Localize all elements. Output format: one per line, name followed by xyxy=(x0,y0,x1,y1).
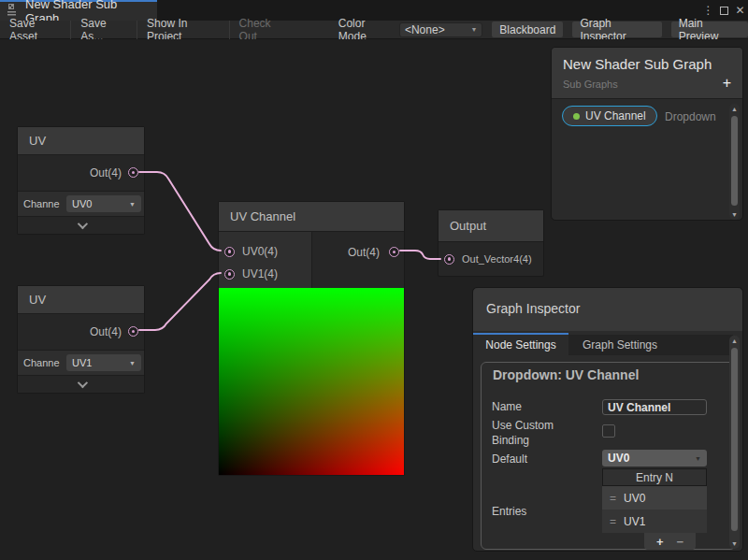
blackboard-subtitle: Sub Graphs xyxy=(563,79,618,90)
property-pill-uv-channel[interactable]: UV Channel xyxy=(562,106,657,126)
inspector-title: Graph Inspector xyxy=(486,301,580,316)
preview-collapse-button[interactable] xyxy=(18,375,144,393)
uv-out-row: Out(4) xyxy=(18,314,144,350)
use-custom-binding-label: Use Custom Binding xyxy=(492,418,578,448)
channel-dropdown[interactable]: UV0 ▼ xyxy=(66,195,141,212)
blackboard-title: New Shader Sub Graph xyxy=(563,56,712,72)
entry-row-uv1[interactable]: = UV1 xyxy=(602,510,707,533)
blackboard-scrollbar[interactable]: ▲ ▼ xyxy=(729,104,740,220)
inspector-scrollbar[interactable]: ▲ ▼ xyxy=(729,336,740,549)
input-row-uv0: UV0(4) xyxy=(224,240,278,263)
entry-list-header: Entry N xyxy=(602,468,707,486)
wire-uvchannel-to-output xyxy=(400,251,440,259)
node-title[interactable]: Output xyxy=(439,210,543,242)
output-in-row: Out_Vector4(4) xyxy=(439,242,543,276)
node-uv-top[interactable]: UV Out(4) Channe UV0 ▼ xyxy=(17,126,145,235)
port-label-uv1: UV1(4) xyxy=(242,267,278,280)
inspector-header: Graph Inspector xyxy=(473,288,742,331)
name-label: Name xyxy=(492,400,522,413)
drag-handle-icon[interactable]: = xyxy=(610,492,616,505)
shader-graph-window: New Shader Sub Graph ⋮ ✕ Save Asset Save… xyxy=(0,0,748,560)
close-icon: ✕ xyxy=(735,4,744,17)
scroll-down-icon[interactable]: ▼ xyxy=(729,540,740,547)
blackboard-toggle-button[interactable]: Blackboard xyxy=(492,22,563,37)
node-uv-bottom[interactable]: UV Out(4) Channe UV1 ▼ xyxy=(17,285,145,394)
drag-handle-icon[interactable]: = xyxy=(610,515,616,528)
blackboard-header: New Shader Sub Graph Sub Graphs + xyxy=(552,48,742,99)
main-preview-toggle-button[interactable]: Main Preview xyxy=(671,22,748,37)
graph-inspector-toggle-button[interactable]: Graph Inspector xyxy=(572,22,661,37)
channel-control-row: Channe UV0 ▼ xyxy=(18,191,144,216)
input-port-uv1[interactable] xyxy=(224,269,235,280)
chevron-down-icon: ▼ xyxy=(129,360,136,366)
wire-uv0-to-uvchannel xyxy=(139,172,221,251)
add-entry-button[interactable]: + xyxy=(656,536,664,548)
node-title[interactable]: UV xyxy=(18,127,144,155)
check-out-button: Check Out xyxy=(230,21,297,39)
tab-node-settings[interactable]: Node Settings xyxy=(473,335,568,355)
channel-control-row: Channe UV1 ▼ xyxy=(18,350,144,375)
tab-graph-settings[interactable]: Graph Settings xyxy=(568,335,671,355)
scroll-up-icon[interactable]: ▲ xyxy=(729,106,740,112)
use-custom-binding-checkbox[interactable] xyxy=(602,424,615,438)
input-port-uv0[interactable] xyxy=(224,247,235,257)
property-type-label: Dropdown xyxy=(665,110,716,123)
save-asset-button[interactable]: Save Asset xyxy=(0,21,71,39)
save-as-button[interactable]: Save As... xyxy=(71,21,137,39)
port-label-out-vector4: Out_Vector4(4) xyxy=(462,253,532,265)
graph-toolbar: Save Asset Save As... Show In Project Ch… xyxy=(0,21,748,39)
port-label-uv0: UV0(4) xyxy=(242,245,278,258)
output-port[interactable] xyxy=(128,326,138,337)
graph-inspector-panel[interactable]: Graph Inspector Node Settings Graph Sett… xyxy=(472,287,743,552)
entry-row-uv0[interactable]: = UV0 xyxy=(602,486,707,510)
channel-dropdown[interactable]: UV1 ▼ xyxy=(66,354,141,371)
kebab-menu-icon: ⋮ xyxy=(703,4,714,17)
maximize-icon xyxy=(720,7,728,15)
node-output[interactable]: Output Out_Vector4(4) xyxy=(438,209,544,277)
property-label: UV Channel xyxy=(585,109,646,122)
channel-label: Channe xyxy=(23,198,66,209)
output-port[interactable] xyxy=(389,247,399,257)
input-port-out-vector4[interactable] xyxy=(444,254,454,265)
channel-label: Channe xyxy=(23,357,66,368)
exposed-dot-icon xyxy=(573,113,580,120)
scroll-up-icon[interactable]: ▲ xyxy=(729,337,740,344)
inspector-tabs: Node Settings Graph Settings xyxy=(473,335,733,355)
default-dropdown[interactable]: UV0 ▼ xyxy=(602,450,707,467)
blackboard-panel[interactable]: New Shader Sub Graph Sub Graphs + UV Cha… xyxy=(551,47,743,221)
node-title[interactable]: UV xyxy=(18,286,144,314)
name-value: UV Channel xyxy=(608,401,670,414)
scrollbar-thumb[interactable] xyxy=(731,348,738,531)
uv-preview xyxy=(219,288,404,475)
uv-out-row: Out(4) xyxy=(18,155,144,191)
remove-entry-button[interactable]: − xyxy=(677,536,684,548)
entry-list-footer: + − xyxy=(644,533,696,550)
uv-channel-ports: UV0(4) UV1(4) Out(4) xyxy=(219,232,404,288)
chevron-down-icon: ▼ xyxy=(695,455,701,462)
name-field[interactable]: UV Channel xyxy=(602,399,707,415)
default-label: Default xyxy=(492,452,527,466)
wire-uv1-to-uvchannel xyxy=(139,273,221,330)
chevron-down-icon: ▼ xyxy=(470,26,477,33)
preview-collapse-button[interactable] xyxy=(18,216,144,234)
chevron-down-icon: ▼ xyxy=(129,201,136,208)
add-property-button[interactable]: + xyxy=(723,76,731,91)
default-value: UV0 xyxy=(608,452,629,465)
chevron-down-icon xyxy=(77,219,87,229)
color-mode-value: <None> xyxy=(405,23,445,36)
port-label-out: Out(4) xyxy=(90,325,122,338)
port-label-out: Out(4) xyxy=(348,246,380,259)
scroll-down-icon[interactable]: ▼ xyxy=(729,211,740,218)
output-port[interactable] xyxy=(128,167,138,178)
graph-canvas[interactable]: UV Out(4) Channe UV0 ▼ UV Out(4) C xyxy=(0,39,748,560)
section-title: Dropdown: UV Channel xyxy=(493,367,639,382)
entry-value: UV1 xyxy=(624,515,645,528)
node-uv-channel[interactable]: UV Channel UV0(4) UV1(4) Out(4) xyxy=(218,201,405,476)
scrollbar-thumb[interactable] xyxy=(731,116,738,206)
channel-value: UV1 xyxy=(72,357,92,368)
node-title[interactable]: UV Channel xyxy=(219,202,404,232)
chevron-down-icon xyxy=(77,378,87,388)
color-mode-dropdown[interactable]: <None> ▼ xyxy=(399,22,482,37)
channel-value: UV0 xyxy=(72,198,92,209)
show-in-project-button[interactable]: Show In Project xyxy=(137,21,229,39)
